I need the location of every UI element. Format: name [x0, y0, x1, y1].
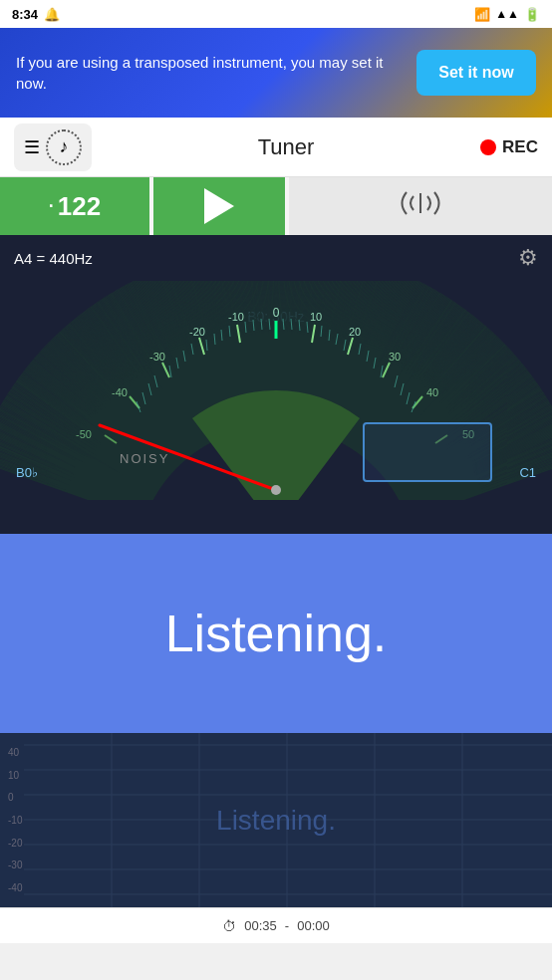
play-triangle-icon — [204, 188, 234, 224]
spectrum-labels: 40 10 0 -10 -20 -30 -40 — [8, 733, 22, 907]
spectrum-listening-text: Listening. — [216, 805, 336, 837]
spectrum-area: 40 10 0 -10 -20 -30 -40 Listening. — [0, 733, 552, 907]
rec-dot-icon — [480, 139, 496, 155]
hamburger-icon: ☰ — [24, 136, 40, 158]
svg-text:-10: -10 — [228, 311, 244, 323]
status-right: 📶 ▲▲ 🔋 — [474, 7, 540, 22]
signal-icon: ▲▲ — [495, 7, 519, 21]
set-it-now-button[interactable]: Set it now — [416, 50, 536, 96]
time-separator: - — [285, 918, 289, 933]
spectrum-label-0: 0 — [8, 792, 22, 803]
toolbar: ☰ ♪ Tuner REC — [0, 118, 552, 177]
noisy-label: NOISY — [120, 451, 169, 466]
elapsed-time: 00:35 — [244, 918, 277, 933]
tuner-header: A4 = 440Hz ⚙ — [0, 235, 552, 281]
bpm-dot: · — [49, 196, 54, 217]
svg-text:-50: -50 — [76, 428, 92, 440]
spectrum-label-10: 10 — [8, 770, 22, 781]
spectrum-label-neg20: -20 — [8, 838, 22, 849]
settings-icon[interactable]: ⚙ — [518, 245, 538, 271]
svg-text:10: 10 — [310, 311, 322, 323]
music-note-icon: ♪ — [46, 129, 82, 165]
svg-text:-20: -20 — [189, 326, 205, 338]
tuner-display: A4 = 440Hz ⚙ B0: 30Hz — [0, 235, 552, 534]
rec-label: REC — [502, 137, 538, 157]
clock-icon: ⏱ — [222, 918, 236, 934]
remaining-time: 00:00 — [297, 918, 330, 933]
bpm-display: · 122 — [0, 177, 149, 235]
banner-text: If you are using a transposed instrument… — [16, 52, 405, 94]
spectrum-label-neg10: -10 — [8, 815, 22, 826]
wifi-icon: 📶 — [474, 7, 490, 22]
status-left: 8:34 🔔 — [12, 7, 60, 22]
signal-mode-button[interactable] — [289, 177, 552, 235]
spectrum-label-neg30: -30 — [8, 859, 22, 870]
battery-icon: 🔋 — [524, 7, 540, 22]
status-bar: 8:34 🔔 📶 ▲▲ 🔋 — [0, 0, 552, 28]
spectrum-label-40: 40 — [8, 747, 22, 758]
a4-label: A4 = 440Hz — [14, 250, 93, 267]
svg-text:20: 20 — [349, 326, 361, 338]
svg-text:30: 30 — [389, 351, 401, 363]
note-bottom-right: C1 — [519, 465, 536, 480]
spectrum-label-neg40: -40 — [8, 882, 22, 893]
menu-button[interactable]: ☰ ♪ — [14, 123, 92, 171]
svg-text:-40: -40 — [112, 386, 128, 398]
signal-waves-icon — [398, 188, 443, 225]
rec-button[interactable]: REC — [480, 137, 538, 157]
listening-text: Listening. — [165, 604, 388, 663]
play-button[interactable] — [153, 177, 285, 235]
gauge-container: B0: 30Hz — [0, 281, 552, 500]
controls-row: · 122 — [0, 177, 552, 235]
listening-area: Listening. — [0, 534, 552, 733]
svg-text:40: 40 — [426, 386, 438, 398]
svg-text:0: 0 — [273, 306, 280, 320]
bottom-bar: ⏱ 00:35 - 00:00 — [0, 907, 552, 943]
svg-point-57 — [271, 485, 281, 495]
toolbar-title: Tuner — [258, 134, 315, 160]
svg-text:-30: -30 — [149, 351, 165, 363]
transposed-instrument-banner: If you are using a transposed instrument… — [0, 28, 552, 118]
note-bottom-left: B0♭ — [16, 465, 38, 480]
bpm-value: 122 — [58, 191, 101, 222]
status-time: 8:34 — [12, 7, 38, 22]
note-display-box — [363, 422, 492, 482]
notification-icon: 🔔 — [44, 7, 60, 22]
